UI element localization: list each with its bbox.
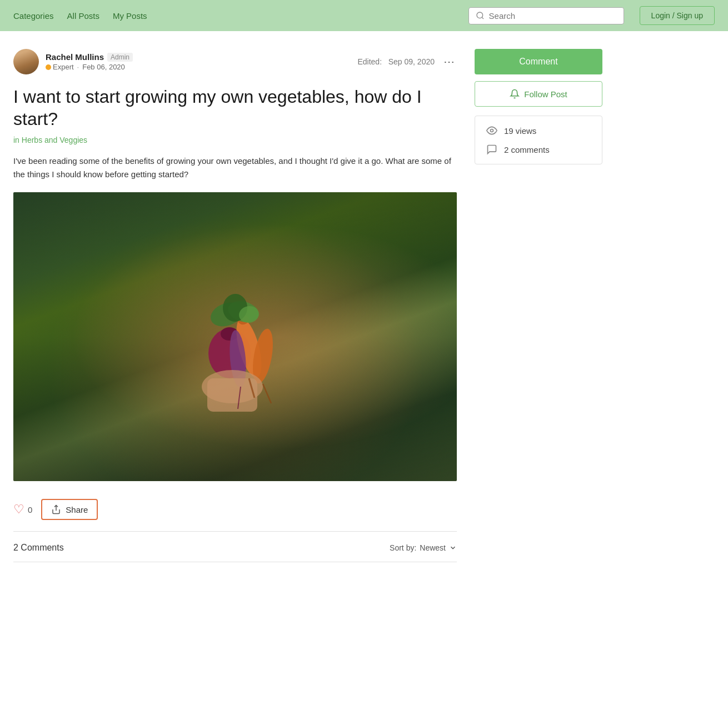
chevron-down-icon [449, 544, 457, 552]
like-count: 0 [28, 505, 32, 514]
author-badge: Admin [107, 53, 133, 62]
views-count: 19 views [504, 126, 536, 136]
dot-separator: · [77, 63, 79, 71]
sort-by[interactable]: Sort by: Newest [390, 543, 457, 552]
comment-button[interactable]: Comment [475, 49, 602, 74]
more-options-button[interactable]: ⋯ [441, 56, 457, 67]
comments-stat: 2 comments [486, 144, 591, 155]
share-label: Share [66, 505, 88, 514]
svg-line-15 [263, 384, 271, 403]
comments-count-stat: 2 comments [504, 145, 550, 154]
nav-links: Categories All Posts My Posts [13, 11, 453, 21]
svg-line-1 [482, 17, 483, 19]
page-layout: Rachel Mullins Admin Expert · Feb 06, 20… [0, 31, 728, 567]
search-icon [476, 11, 485, 20]
stats-box: 19 views 2 comments [475, 116, 602, 164]
nav-bar: Categories All Posts My Posts Login / Si… [0, 0, 728, 31]
edited-label: Edited: Sep 09, 2020 [357, 57, 435, 66]
expert-label: Expert [53, 63, 74, 71]
main-content: Rachel Mullins Admin Expert · Feb 06, 20… [13, 49, 475, 567]
edited-date: Sep 09, 2020 [388, 57, 435, 66]
author-left: Rachel Mullins Admin Expert · Feb 06, 20… [13, 49, 133, 74]
avatar-image [13, 49, 39, 74]
post-image [13, 192, 457, 481]
author-row: Rachel Mullins Admin Expert · Feb 06, 20… [13, 49, 457, 74]
expert-dot-icon [46, 64, 51, 70]
comments-count-label: 2 Comments [13, 543, 64, 553]
login-button[interactable]: Login / Sign up [640, 6, 715, 25]
share-icon [51, 504, 61, 514]
share-button[interactable]: Share [41, 499, 98, 520]
sort-label: Sort by: [390, 543, 416, 552]
eye-icon [486, 125, 497, 136]
post-title: I want to start growing my own vegetable… [13, 86, 457, 130]
heart-icon: ♡ [13, 502, 24, 517]
sort-value: Newest [420, 543, 446, 552]
follow-post-button[interactable]: Follow Post [475, 81, 602, 107]
like-button[interactable]: ♡ 0 [13, 502, 32, 517]
author-name: Rachel Mullins [46, 52, 104, 62]
nav-categories[interactable]: Categories [13, 11, 54, 21]
author-info: Rachel Mullins Admin Expert · Feb 06, 20… [46, 52, 133, 71]
author-meta: Expert · Feb 06, 2020 [46, 63, 133, 71]
nav-my-posts[interactable]: My Posts [113, 11, 147, 21]
expert-badge: Expert [46, 63, 74, 71]
vegetables-illustration [152, 226, 318, 448]
search-input[interactable] [489, 11, 617, 21]
actions-row: ♡ 0 Share [13, 499, 457, 532]
search-bar[interactable] [468, 7, 624, 24]
comments-header: 2 Comments Sort by: Newest [13, 543, 457, 562]
sidebar: Comment Follow Post 19 views 2 comments [475, 49, 602, 567]
svg-point-18 [491, 129, 493, 132]
follow-label: Follow Post [524, 89, 567, 99]
post-category[interactable]: in Herbs and Veggies [13, 136, 457, 144]
avatar [13, 49, 39, 74]
chat-icon [486, 144, 497, 155]
author-right: Edited: Sep 09, 2020 ⋯ [357, 56, 457, 67]
bell-icon [510, 89, 520, 99]
post-body: I've been reading some of the benefits o… [13, 154, 457, 181]
views-stat: 19 views [486, 125, 591, 136]
svg-point-0 [477, 12, 483, 18]
post-date: Feb 06, 2020 [82, 63, 125, 71]
nav-all-posts[interactable]: All Posts [67, 11, 99, 21]
author-name-row: Rachel Mullins Admin [46, 52, 133, 62]
